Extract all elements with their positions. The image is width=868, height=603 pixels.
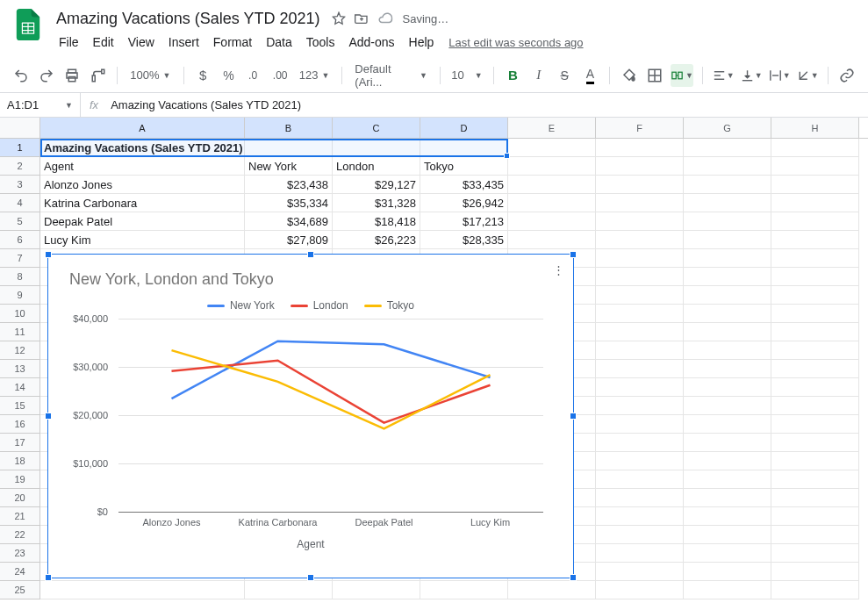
row-header[interactable]: 14 — [0, 378, 40, 397]
cell[interactable]: $27,809 — [245, 231, 333, 249]
menu-format[interactable]: Format — [207, 32, 258, 53]
cell[interactable] — [684, 157, 771, 176]
link-icon[interactable] — [837, 64, 857, 87]
cell[interactable] — [684, 544, 771, 563]
cell[interactable]: Amazing Vacations (Sales YTD 2021) — [40, 139, 245, 157]
cell[interactable]: $26,942 — [420, 194, 508, 212]
col-header-a[interactable]: A — [40, 118, 245, 138]
cell[interactable] — [771, 268, 859, 286]
cell[interactable] — [596, 581, 684, 599]
cell[interactable] — [596, 507, 684, 526]
cell[interactable] — [771, 489, 859, 507]
cell[interactable] — [684, 415, 771, 434]
cell[interactable] — [596, 176, 684, 194]
cell[interactable] — [771, 323, 859, 341]
cell[interactable]: Lucy Kim — [40, 231, 245, 249]
cell[interactable] — [771, 360, 859, 378]
doc-title[interactable]: Amazing Vacations (Sales YTD 2021) — [53, 8, 323, 30]
cell[interactable]: Deepak Patel — [40, 212, 245, 231]
cell[interactable] — [596, 544, 684, 563]
font-select[interactable]: Default (Ari...▼ — [351, 62, 431, 89]
wrap-icon[interactable]: ▼ — [768, 64, 791, 87]
undo-icon[interactable] — [11, 64, 31, 87]
cell[interactable]: New York — [245, 157, 333, 176]
cell[interactable] — [771, 507, 859, 526]
row-header[interactable]: 12 — [0, 341, 40, 360]
cell[interactable] — [40, 581, 245, 599]
select-all-corner[interactable] — [0, 118, 40, 138]
row-header[interactable]: 3 — [0, 176, 40, 194]
sheets-logo[interactable] — [11, 7, 46, 42]
cell[interactable] — [684, 360, 771, 378]
cell[interactable] — [684, 139, 771, 157]
row-header[interactable]: 1 — [0, 139, 40, 157]
cell[interactable]: Alonzo Jones — [40, 176, 245, 194]
cell[interactable] — [508, 194, 596, 212]
cell[interactable] — [245, 581, 333, 599]
currency-icon[interactable]: $ — [192, 64, 212, 87]
row-header[interactable]: 15 — [0, 397, 40, 415]
move-icon[interactable] — [355, 11, 369, 25]
cell[interactable]: $31,328 — [333, 194, 420, 212]
paint-format-icon[interactable] — [88, 64, 108, 87]
cell[interactable]: Agent — [40, 157, 245, 176]
row-header[interactable]: 22 — [0, 526, 40, 544]
menu-view[interactable]: View — [122, 32, 161, 53]
strikethrough-icon[interactable]: S — [555, 64, 575, 87]
cell[interactable] — [684, 194, 771, 212]
cell[interactable] — [684, 470, 771, 489]
row-header[interactable]: 7 — [0, 249, 40, 268]
cell[interactable] — [596, 231, 684, 249]
cell[interactable] — [596, 341, 684, 360]
row-header[interactable]: 5 — [0, 212, 40, 231]
row-header[interactable]: 11 — [0, 323, 40, 341]
cell[interactable] — [771, 305, 859, 323]
cell[interactable]: Tokyo — [420, 157, 508, 176]
star-icon[interactable] — [332, 11, 346, 25]
cell[interactable] — [684, 581, 771, 599]
cell[interactable] — [684, 397, 771, 415]
print-icon[interactable] — [62, 64, 82, 87]
cell[interactable] — [596, 360, 684, 378]
menu-data[interactable]: Data — [260, 32, 298, 53]
cell[interactable] — [508, 139, 596, 157]
row-header[interactable]: 13 — [0, 360, 40, 378]
cell[interactable] — [771, 397, 859, 415]
bold-icon[interactable]: B — [503, 64, 523, 87]
cell[interactable] — [245, 139, 333, 157]
rotate-icon[interactable]: ▼ — [796, 64, 819, 87]
cell[interactable] — [771, 212, 859, 231]
cell[interactable] — [684, 489, 771, 507]
row-header[interactable]: 4 — [0, 194, 40, 212]
cell[interactable] — [596, 194, 684, 212]
row-header[interactable]: 25 — [0, 581, 40, 599]
cell[interactable] — [596, 397, 684, 415]
redo-icon[interactable] — [36, 64, 56, 87]
cell[interactable] — [771, 526, 859, 544]
cell[interactable] — [333, 139, 420, 157]
col-header-b[interactable]: B — [245, 118, 333, 138]
row-header[interactable]: 23 — [0, 544, 40, 563]
menu-file[interactable]: File — [53, 32, 85, 53]
col-header-g[interactable]: G — [684, 118, 771, 138]
cell[interactable] — [771, 563, 859, 581]
cell[interactable]: $17,213 — [420, 212, 508, 231]
cell[interactable]: $23,438 — [245, 176, 333, 194]
cell[interactable] — [771, 194, 859, 212]
cell[interactable] — [684, 268, 771, 286]
text-color-icon[interactable]: A — [580, 64, 600, 87]
cell[interactable] — [684, 323, 771, 341]
menu-help[interactable]: Help — [403, 32, 441, 53]
cell[interactable] — [771, 157, 859, 176]
merge-cells-icon[interactable]: ▼ — [671, 64, 693, 87]
cell[interactable] — [596, 415, 684, 434]
cell[interactable] — [508, 231, 596, 249]
cell[interactable] — [684, 231, 771, 249]
row-header[interactable]: 24 — [0, 563, 40, 581]
cell[interactable] — [684, 286, 771, 305]
formula-bar[interactable]: Amazing Vacations (Sales YTD 2021) — [107, 98, 305, 111]
cell[interactable] — [771, 286, 859, 305]
cell[interactable] — [508, 212, 596, 231]
cell[interactable] — [596, 526, 684, 544]
cell[interactable] — [596, 286, 684, 305]
